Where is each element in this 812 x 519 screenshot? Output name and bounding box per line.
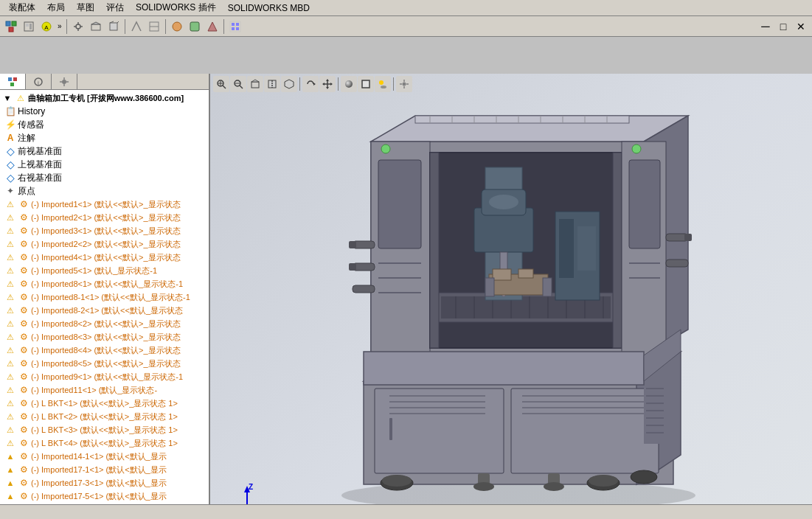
item-icon-imp8-3: ⚙ <box>18 331 30 343</box>
vp-edges[interactable] <box>358 76 374 92</box>
item-icon-imp17-1: ⚙ <box>18 464 30 476</box>
tree-item-history[interactable]: 📋 History <box>0 105 209 118</box>
menu-assembly[interactable]: 装配体 <box>3 0 41 15</box>
tree-item-imp8-3[interactable]: ⚠ ⚙ (-) Imported8<3> (默认<<默认>_显示状态 <box>0 330 209 344</box>
tree-item-imp4-1[interactable]: ⚠ ⚙ (-) Imported4<1> (默认<<默认>_显示状态 <box>0 251 209 264</box>
feature-tree[interactable]: ▼ ⚠ 曲轴箱加工专机 [开拔网www.386600.com] 📋 Histor… <box>0 90 209 519</box>
tree-item-lbkt2[interactable]: ⚠ ⚙ (-) L BKT<2> (默认<<默认>_显示状态 1> <box>0 410 209 423</box>
toolbar-view-1[interactable] <box>70 18 86 35</box>
vp-shadows[interactable] <box>375 76 391 92</box>
tree-item-imp9-1[interactable]: ⚠ ⚙ (-) Imported9<1> (默认<<默认_显示状态-1 <box>0 370 209 383</box>
tree-item-imp8-1[interactable]: ⚠ ⚙ (-) Imported8<1> (默认<<默认_显示状态-1 <box>0 277 209 290</box>
warn-icon: ⚠ <box>4 371 16 383</box>
toolbar-view-8[interactable] <box>204 18 221 35</box>
tree-item-imp2-1[interactable]: ⚠ ⚙ (-) Imported2<1> (默认<<默认>_显示状态 <box>0 211 209 224</box>
window-minimize[interactable]: ─ <box>757 18 774 35</box>
menu-sw-mbd[interactable]: SOLIDWORKS MBD <box>222 1 316 15</box>
toolbar-btn-3[interactable]: A <box>38 18 55 35</box>
vp-zoom-fit[interactable] <box>213 76 229 92</box>
tree-item-note[interactable]: A 注解 <box>0 131 209 144</box>
toolbar-separator-4 <box>223 19 224 34</box>
item-icon-imp14-1: ⚙ <box>18 450 30 462</box>
menu-evaluate[interactable]: 评估 <box>100 0 130 15</box>
vp-shading[interactable] <box>341 76 357 92</box>
menu-sketch[interactable]: 草图 <box>71 0 100 15</box>
item-label-imp2-1: (-) Imported2<1> (默认<<默认>_显示状态 <box>31 212 181 223</box>
tree-item-sensor[interactable]: ⚡ 传感器 <box>0 118 209 131</box>
tree-items-container: 📋 History ⚡ 传感器 A 注解 ◇ 前视基准面 ◇ 上视基准面 ◇ 右… <box>0 105 209 519</box>
svg-text:Z: Z <box>249 483 253 491</box>
svg-rect-25 <box>236 23 239 26</box>
menu-layout[interactable]: 布局 <box>41 0 71 15</box>
viewport[interactable]: Z X Y P <box>210 74 812 519</box>
vp-zoom-out[interactable] <box>230 76 246 92</box>
toolbar-btn-1[interactable] <box>3 18 19 35</box>
toolbar-view-6[interactable] <box>169 18 185 35</box>
toolbar-view-4[interactable] <box>128 18 145 35</box>
tab-properties[interactable]: i <box>26 74 52 89</box>
item-icon-imp2-2: ⚙ <box>18 238 30 250</box>
tree-item-imp14-1[interactable]: ▲ ⚙ (-) Imported14-1<1> (默认<默认_显示 <box>0 450 209 463</box>
tree-item-imp17-1[interactable]: ▲ ⚙ (-) Imported17-1<1> (默认<默认_显示 <box>0 463 209 476</box>
toolbar-more-btn[interactable]: » <box>56 22 63 30</box>
svg-point-60 <box>381 86 386 88</box>
tab-feature-tree[interactable] <box>0 74 26 89</box>
svg-text:i: i <box>38 80 39 86</box>
tree-item-imp8-2[interactable]: ⚠ ⚙ (-) Imported8<2> (默认<<默认>_显示状态 <box>0 317 209 330</box>
tree-item-imp1-1[interactable]: ⚠ ⚙ (-) Imported1<1> (默认<<默认>_显示状态 <box>0 198 209 211</box>
vp-settings[interactable] <box>396 76 412 92</box>
machine-3d-view <box>232 96 805 519</box>
vp-rotate[interactable] <box>302 76 319 92</box>
svg-rect-70 <box>375 389 504 473</box>
tree-item-imp17-5[interactable]: ▲ ⚙ (-) Imported17-5<1> (默认<默认_显示 <box>0 490 209 503</box>
item-label-imp2-2: (-) Imported2<2> (默认<<默认>_显示状态 <box>31 239 181 250</box>
item-label-top: 上视基准面 <box>18 159 62 171</box>
vp-view-type[interactable] <box>281 76 297 92</box>
item-label-right: 右视基准面 <box>18 172 62 184</box>
tree-item-top[interactable]: ◇ 上视基准面 <box>0 158 209 171</box>
tree-root[interactable]: ▼ ⚠ 曲轴箱加工专机 [开拔网www.386600.com] <box>0 91 209 105</box>
toolbar-view-2[interactable] <box>88 18 104 35</box>
toolbar-view-9[interactable] <box>227 18 243 35</box>
vp-view-orient[interactable] <box>247 76 263 92</box>
tree-item-imp17-3[interactable]: ▲ ⚙ (-) Imported17-3<1> (默认<默认_显示 <box>0 476 209 490</box>
toolbar-view-7[interactable] <box>187 18 203 35</box>
item-label-sensor: 传感器 <box>18 119 44 131</box>
item-label-lbkt1: (-) L BKT<1> (默认<<默认>_显示状态 1> <box>31 398 178 409</box>
tree-item-origin[interactable]: ✦ 原点 <box>0 184 209 198</box>
toolbar-btn-2[interactable] <box>21 18 37 35</box>
tree-item-imp3-1[interactable]: ⚠ ⚙ (-) Imported3<1> (默认<<默认>_显示状态 <box>0 224 209 237</box>
menu-sw-plugins[interactable]: SOLIDWORKS 插件 <box>130 0 222 15</box>
item-icon-imp8-2: ⚙ <box>18 318 30 330</box>
svg-point-57 <box>345 80 353 88</box>
toolbar: A » <box>0 16 812 37</box>
window-close[interactable]: ✕ <box>793 18 809 35</box>
vp-section[interactable] <box>264 76 280 92</box>
vp-pan[interactable] <box>319 76 336 92</box>
item-label-imp1-1: (-) Imported1<1> (默认<<默认>_显示状态 <box>31 199 181 210</box>
tree-item-front[interactable]: ◇ 前视基准面 <box>0 144 209 158</box>
svg-rect-27 <box>236 27 239 30</box>
tree-item-lbkt1[interactable]: ⚠ ⚙ (-) L BKT<1> (默认<<默认>_显示状态 1> <box>0 397 209 410</box>
tree-item-imp8-4[interactable]: ⚠ ⚙ (-) Imported8<4> (默认<<默认>_显示状态 <box>0 344 209 357</box>
svg-line-39 <box>223 86 226 88</box>
warn-icon: ⚠ <box>4 437 16 449</box>
toolbar-view-3[interactable] <box>105 18 122 35</box>
item-label-imp9-1: (-) Imported9<1> (默认<<默认_显示状态-1 <box>31 372 183 383</box>
warn-icon: ⚠ <box>4 198 16 210</box>
window-restore[interactable]: □ <box>775 18 791 35</box>
tree-item-imp8-2a[interactable]: ⚠ ⚙ (-) Imported8-2<1> (默认<<默认_显示状态 <box>0 304 209 317</box>
svg-rect-125 <box>493 269 511 280</box>
tab-config[interactable] <box>52 74 77 89</box>
tree-item-imp11-1[interactable]: ⚠ ⚙ (-) Imported11<1> (默认_显示状态- <box>0 383 209 397</box>
tree-item-imp5-1[interactable]: ⚠ ⚙ (-) Imported5<1> (默认_显示状态-1 <box>0 264 209 277</box>
tree-item-lbkt3[interactable]: ⚠ ⚙ (-) L BKT<3> (默认<<默认>_显示状态 1> <box>0 423 209 436</box>
tree-item-imp8-5[interactable]: ⚠ ⚙ (-) Imported8<5> (默认<<默认>_显示状态 <box>0 357 209 370</box>
tree-item-right[interactable]: ◇ 右视基准面 <box>0 171 209 184</box>
tree-item-imp8-1b[interactable]: ⚠ ⚙ (-) Imported8-1<1> (默认<<默认_显示状态-1 <box>0 290 209 304</box>
tree-item-lbkt4[interactable]: ⚠ ⚙ (-) L BKT<4> (默认<<默认>_显示状态 1> <box>0 436 209 450</box>
toolbar-view-5[interactable] <box>146 18 162 35</box>
svg-rect-102 <box>378 160 421 248</box>
svg-rect-5 <box>30 24 32 29</box>
tree-item-imp2-2[interactable]: ⚠ ⚙ (-) Imported2<2> (默认<<默认>_显示状态 <box>0 237 209 251</box>
